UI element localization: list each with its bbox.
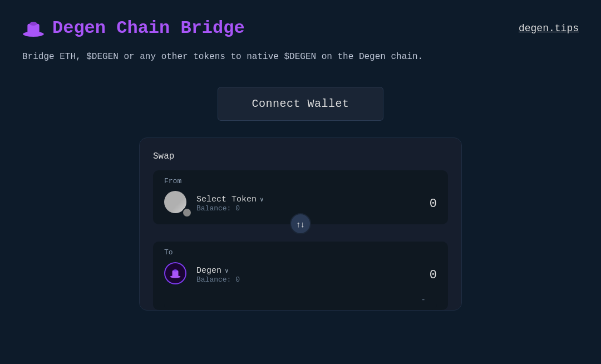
- from-token-left: Select Token ∨ Balance: 0: [164, 191, 264, 217]
- from-token-name: Select Token: [196, 195, 257, 204]
- from-token-select[interactable]: Select Token ∨: [196, 195, 264, 204]
- site-title: Degen Chain Bridge: [52, 18, 245, 38]
- page-subtitle: Bridge ETH, $DEGEN or any other tokens t…: [22, 50, 445, 65]
- to-token-icon: [164, 262, 186, 284]
- to-token-info: Degen ∨ Balance: 0: [196, 266, 240, 284]
- from-token-info: Select Token ∨ Balance: 0: [196, 195, 264, 213]
- swap-section-label: Swap: [153, 151, 448, 161]
- swap-card: Swap From Select Token ∨ Ba: [139, 137, 462, 311]
- svg-point-5: [174, 269, 178, 272]
- swap-direction-button[interactable]: ↑↓: [290, 213, 311, 234]
- to-balance: Balance: 0: [196, 276, 240, 284]
- swap-arrow-area: ↑↓: [153, 224, 448, 242]
- to-section: To: [153, 242, 448, 310]
- svg-point-2: [29, 22, 37, 26]
- connect-wallet-button[interactable]: Connect Wallet: [218, 87, 383, 121]
- to-chevron-icon: ∨: [225, 267, 229, 274]
- from-chevron-icon: ∨: [260, 196, 264, 203]
- swap-arrows-icon: ↑↓: [297, 219, 305, 229]
- from-chain-badge: [182, 208, 192, 218]
- from-balance: Balance: 0: [196, 204, 264, 213]
- from-label: From: [164, 177, 437, 185]
- to-amount[interactable]: 0: [430, 268, 437, 282]
- to-token-select[interactable]: Degen ∨: [196, 266, 240, 276]
- to-token-left: Degen ∨ Balance: 0: [164, 262, 240, 288]
- to-token-inner: [165, 263, 185, 283]
- from-token-icon-wrapper: [164, 191, 190, 217]
- to-bottom-dash: -: [164, 293, 437, 310]
- connect-wallet-section: Connect Wallet: [22, 87, 579, 121]
- hat-icon: [22, 20, 45, 37]
- from-amount[interactable]: 0: [430, 197, 437, 211]
- degen-hat-mini-icon: [169, 268, 181, 278]
- to-token-name: Degen: [196, 266, 221, 276]
- to-label: To: [164, 248, 437, 257]
- to-token-icon-wrapper: [164, 262, 190, 288]
- header-link[interactable]: degen.tips: [519, 23, 579, 34]
- header-left: Degen Chain Bridge: [22, 18, 245, 38]
- header: Degen Chain Bridge degen.tips: [22, 18, 579, 38]
